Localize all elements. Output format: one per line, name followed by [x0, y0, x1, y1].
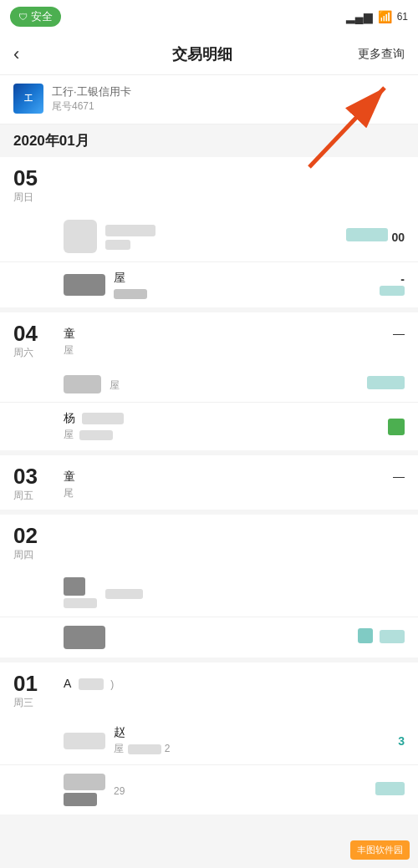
trans-amount: [367, 376, 405, 393]
trans-sub-redacted: [105, 589, 143, 599]
day-header-02: 02 周四: [0, 515, 418, 569]
day-header-01: 01 周三 A ): [0, 662, 418, 717]
trans-sub: 29: [114, 785, 367, 797]
trans-sub-char: 屋: [64, 344, 74, 356]
trans-icon-group: [64, 274, 105, 296]
transaction-item[interactable]: 杨 屋: [0, 403, 418, 450]
trans-icon-light: [64, 598, 97, 608]
trans-icon-wrap: [64, 375, 101, 393]
trans-name-redacted: [105, 225, 155, 236]
trans-sub: [105, 238, 338, 250]
trans-sub: 屋: [64, 428, 380, 442]
trans-amount: [375, 782, 405, 799]
trans-icon-mid: [64, 774, 105, 790]
nav-bar: ‹ 交易明细 更多查询: [0, 33, 418, 75]
transaction-item[interactable]: 屋: [0, 367, 418, 403]
transaction-item[interactable]: 屋 -: [0, 262, 418, 307]
wifi-icon: 📶: [378, 10, 392, 23]
trans-details: 屋: [110, 377, 359, 393]
trans-sub-redacted: [128, 744, 161, 754]
trans-name-redacted: [79, 678, 104, 690]
page-title: 交易明细: [172, 44, 232, 64]
status-bar: 安全 ▂▄▆ 📶 61: [0, 0, 418, 33]
amount-suffix: 00: [391, 231, 405, 244]
amount-dash: —: [393, 470, 405, 483]
day-group-02: 02 周四: [0, 510, 418, 657]
trans-icon-light: [64, 733, 105, 749]
trans-sub-redacted: [105, 240, 130, 250]
day-week-04: 周六: [13, 346, 64, 360]
day-week-05: 周日: [13, 190, 64, 205]
day-info-05: 05 周日: [13, 167, 64, 205]
amount-redacted-teal: [346, 228, 388, 241]
trans-details: [105, 223, 338, 250]
trans-amount-value: -: [380, 272, 405, 286]
day-04-amount: —: [393, 322, 405, 341]
trans-details: 屋: [114, 271, 371, 299]
card-logo: 工: [13, 84, 43, 114]
amount-sub-teal: [380, 286, 405, 296]
transaction-item[interactable]: [0, 569, 418, 617]
day-header-04: 04 周六 童 屋 —: [0, 312, 418, 367]
day-04-first-trans: 童 屋: [64, 322, 393, 358]
trans-char: 杨: [64, 411, 75, 424]
transaction-item[interactable]: 赵 屋 2 3: [0, 717, 418, 765]
trans-amount: [388, 419, 405, 435]
card-info: 工行·工银信用卡 尾号4671: [52, 84, 131, 114]
trans-sub-char: 尾: [64, 487, 74, 499]
trans-char: 童: [64, 470, 75, 483]
safe-label: 安全: [31, 9, 53, 24]
trans-name: 屋: [114, 271, 371, 286]
transaction-item[interactable]: 00: [0, 211, 418, 262]
card-header: 工 工行·工银信用卡 尾号4671: [0, 75, 418, 124]
day-week-02: 周四: [13, 548, 64, 562]
trans-icon-wrap: [64, 733, 105, 749]
watermark: 丰图软件园: [350, 840, 410, 860]
amount-teal-final: [375, 782, 405, 795]
trans-num: 2: [165, 743, 171, 754]
trans-amount-sub: [380, 286, 405, 297]
trans-details: 杨 屋: [64, 411, 380, 442]
day-group-05: 05 周日 00: [0, 157, 418, 307]
trans-name: 赵: [114, 725, 390, 740]
day-info-04: 04 周六: [13, 322, 64, 360]
day-03-amount: —: [393, 465, 405, 484]
trans-name: [105, 223, 338, 236]
trans-char: 童: [64, 327, 75, 340]
trans-char: 屋: [114, 271, 125, 284]
more-query-button[interactable]: 更多查询: [358, 47, 405, 62]
day-header-03: 03 周五 童 尾 —: [0, 455, 418, 510]
status-bar-right: ▂▄▆ 📶 61: [346, 10, 408, 23]
trans-sub-char: 屋: [114, 743, 124, 754]
card-number: 尾号4671: [52, 99, 131, 114]
trans-icon-mid: [64, 375, 101, 393]
day-info-02: 02 周四: [13, 525, 64, 562]
watermark-text: 丰图软件园: [357, 845, 403, 855]
month-label: 2020年01月: [13, 133, 89, 149]
trans-char: 赵: [114, 725, 125, 739]
trans-amount: 00: [346, 228, 405, 245]
month-section: 2020年01月: [0, 124, 418, 157]
battery-level: 61: [397, 11, 408, 23]
trans-sub-redacted: [114, 289, 147, 299]
trans-icon-dark: [64, 274, 105, 296]
trans-amount: 3: [398, 733, 405, 749]
amount-teal-sm: [367, 376, 405, 389]
status-bar-left: 安全: [10, 7, 61, 27]
transaction-item[interactable]: [0, 617, 418, 657]
amount-teal-xs: [358, 628, 373, 643]
day-num-03: 03: [13, 465, 64, 487]
day-group-04: 04 周六 童 屋 — 屋: [0, 307, 418, 450]
safe-badge: 安全: [10, 7, 61, 27]
day-num-01: 01: [13, 673, 64, 694]
transaction-item[interactable]: 29: [0, 765, 418, 815]
trans-icon-dark: [64, 793, 97, 806]
back-button[interactable]: ‹: [13, 43, 47, 65]
trans-details: 赵 屋 2: [114, 725, 390, 756]
day-info-03: 03 周五: [13, 465, 64, 503]
day-03-trans: 童 尾: [64, 465, 393, 500]
trans-sub: [105, 588, 405, 600]
trans-paren: ): [110, 678, 114, 690]
trans-amount-value: 3: [398, 734, 405, 748]
day-week-01: 周三: [13, 696, 64, 710]
